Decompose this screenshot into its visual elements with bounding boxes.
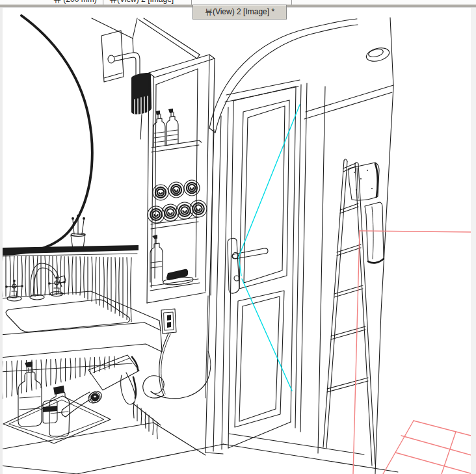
soap-bar [166,269,188,280]
section-plane-lines [353,231,476,474]
hanging-towels [349,163,384,263]
viewport-left-margin [0,7,3,474]
shelf-lower-items [150,235,193,285]
wall-lamp [101,31,152,139]
ceiling-corner-lines [92,18,200,59]
ceiling-spotlight [365,46,391,63]
door-frame [205,80,393,453]
tab-clipped-1[interactable]: 뷰 (200 mm) [53,0,97,5]
view-tab-strip[interactable]: 뷰 (200 mm) 뷰(View) 2 [Image] [0,0,476,5]
tab-clipped-2[interactable]: 뷰(View) 2 [Image] [109,0,174,5]
shelf-unit [147,55,215,398]
tab-divider [291,0,292,5]
coiled-power-cord [143,334,211,399]
floor-lines [77,434,398,474]
door-lever-handle [228,238,268,293]
wood-ledge [0,245,139,256]
floor-tile-grid [383,421,476,474]
viewport-right-margin [471,7,476,474]
toothbrush-cup [71,215,85,249]
tab-divider [191,0,192,5]
power-outlet [161,309,176,334]
selection-guide-lines [239,105,300,391]
arched-doorway [209,19,358,133]
soap-pump-bottles [153,109,178,147]
floating-view-tab[interactable]: 뷰(View) 2 [Image] * [192,5,287,20]
3d-view-canvas[interactable] [0,0,476,474]
wood-grain-backsplash [2,256,131,322]
app-window: 뷰 (200 mm) 뷰(View) 2 [Image] 뷰(View) 2 [… [0,0,476,474]
vanity-counter [0,291,162,358]
tab-divider [103,0,103,5]
